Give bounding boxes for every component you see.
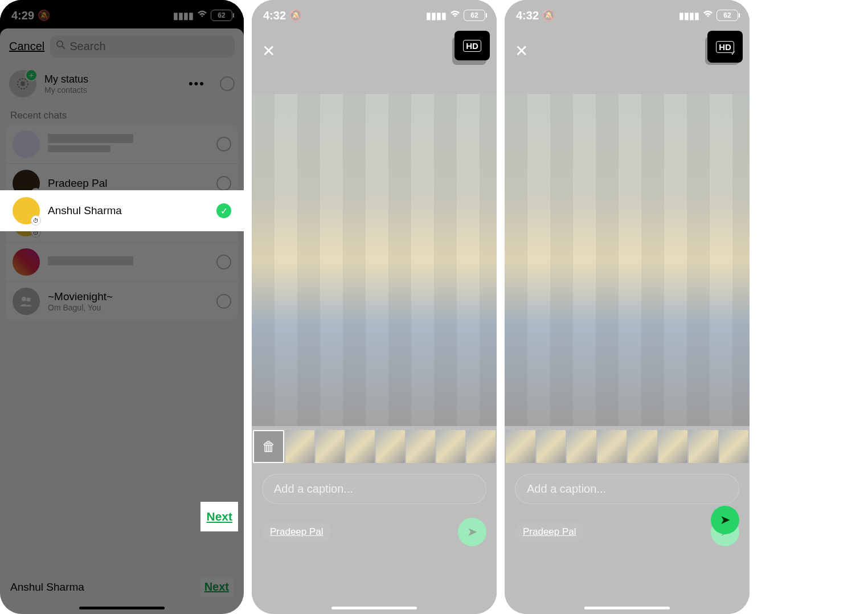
status-time: 4:32 bbox=[263, 9, 286, 22]
redacted-name bbox=[48, 256, 133, 265]
wifi-icon bbox=[703, 10, 713, 21]
svg-point-5 bbox=[27, 298, 31, 302]
silent-icon: 🔕 bbox=[38, 9, 50, 22]
panel-contact-picker: 4:29 🔕 ▮▮▮▮ 62 Cancel bbox=[0, 0, 244, 614]
chat-row[interactable]: ~Movienight~ Om Bagul, You bbox=[6, 282, 238, 321]
close-button[interactable]: ✕ bbox=[515, 42, 528, 60]
delete-frame-button[interactable]: 🗑 bbox=[253, 430, 284, 463]
send-icon: ➤ bbox=[720, 513, 730, 527]
avatar: ⏱ bbox=[13, 197, 40, 224]
highlight-selected-row[interactable]: ⏱ Anshul Sharma ✓ bbox=[0, 190, 244, 231]
highlight-hd-button[interactable]: HD bbox=[455, 31, 490, 60]
cancel-button[interactable]: Cancel bbox=[9, 40, 44, 53]
highlight-hd-button-checked[interactable]: HD ✓ bbox=[707, 31, 743, 63]
highlight-next: Next bbox=[200, 502, 238, 531]
video-filmstrip[interactable]: 🗑 bbox=[252, 430, 497, 463]
filmstrip-frame[interactable] bbox=[719, 430, 749, 463]
chat-name: ~Movienight~ bbox=[48, 290, 113, 303]
check-icon: ✓ bbox=[731, 50, 736, 57]
video-filmstrip[interactable] bbox=[505, 430, 750, 463]
search-icon bbox=[56, 40, 66, 53]
selected-contact: Anshul Sharma bbox=[10, 581, 84, 593]
disappearing-icon: ⏱ bbox=[31, 215, 41, 226]
filmstrip-frame[interactable] bbox=[628, 430, 657, 463]
recipient-chip[interactable]: Pradeep Pal bbox=[515, 522, 584, 542]
svg-point-4 bbox=[22, 297, 26, 301]
filmstrip-frame[interactable] bbox=[316, 430, 345, 463]
chat-sub: Om Bagul, You bbox=[48, 303, 113, 312]
status-bar: 4:32 🔕 ▮▮▮▮ 62 bbox=[252, 0, 497, 28]
svg-line-1 bbox=[62, 46, 65, 49]
select-radio[interactable] bbox=[216, 137, 231, 152]
avatar bbox=[13, 288, 40, 315]
my-status-sub: My contacts bbox=[44, 85, 88, 95]
panel-media-editor-send: 4:32 🔕 ▮▮▮▮ 62 ✕ HD Add a caption... Pra… bbox=[505, 0, 750, 614]
my-status-avatar bbox=[9, 70, 36, 97]
my-status-title: My status bbox=[44, 73, 88, 85]
filmstrip-frame[interactable] bbox=[658, 430, 688, 463]
signal-icon: ▮▮▮▮ bbox=[173, 10, 194, 21]
filmstrip-frame[interactable] bbox=[466, 430, 496, 463]
filmstrip-frame[interactable] bbox=[285, 430, 314, 463]
select-radio[interactable] bbox=[216, 294, 231, 309]
chat-row[interactable] bbox=[6, 243, 238, 282]
chat-name: Pradeep Pal bbox=[48, 177, 108, 190]
home-indicator bbox=[331, 607, 417, 609]
highlight-send-button[interactable]: ➤ bbox=[711, 506, 739, 534]
select-radio[interactable] bbox=[216, 176, 231, 191]
svg-point-3 bbox=[21, 81, 25, 86]
filmstrip-frame[interactable] bbox=[436, 430, 465, 463]
status-radio[interactable] bbox=[220, 76, 235, 91]
filmstrip-frame[interactable] bbox=[406, 430, 435, 463]
trash-icon: 🗑 bbox=[262, 439, 276, 455]
battery-icon: 62 bbox=[211, 10, 232, 21]
signal-icon: ▮▮▮▮ bbox=[679, 10, 699, 21]
search-input[interactable] bbox=[69, 40, 229, 53]
selected-check-icon[interactable]: ✓ bbox=[216, 203, 231, 218]
hd-icon: HD bbox=[463, 40, 481, 52]
wifi-icon bbox=[450, 10, 460, 21]
filmstrip-frame[interactable] bbox=[537, 430, 566, 463]
send-icon: ➤ bbox=[467, 525, 477, 539]
caption-input[interactable]: Add a caption... bbox=[262, 474, 486, 504]
send-button[interactable]: ➤ bbox=[458, 518, 486, 546]
home-indicator bbox=[79, 607, 165, 609]
signal-icon: ▮▮▮▮ bbox=[426, 10, 447, 21]
video-preview[interactable] bbox=[252, 94, 497, 426]
avatar bbox=[13, 130, 40, 158]
filmstrip-frame[interactable] bbox=[376, 430, 405, 463]
filmstrip-frame[interactable] bbox=[506, 430, 535, 463]
status-time: 4:29 bbox=[11, 9, 34, 22]
close-button[interactable]: ✕ bbox=[262, 42, 275, 60]
filmstrip-frame[interactable] bbox=[567, 430, 596, 463]
recent-chats-label: Recent chats bbox=[0, 103, 244, 125]
silent-icon: 🔕 bbox=[542, 9, 555, 22]
caption-input[interactable]: Add a caption... bbox=[515, 474, 739, 504]
video-preview[interactable] bbox=[505, 94, 750, 426]
filmstrip-frame[interactable] bbox=[346, 430, 375, 463]
status-bar: 4:29 🔕 ▮▮▮▮ 62 bbox=[0, 0, 244, 28]
search-field[interactable] bbox=[50, 35, 235, 58]
recipient-chip[interactable]: Pradeep Pal bbox=[262, 522, 331, 542]
wifi-icon bbox=[197, 10, 207, 21]
status-bar: 4:32 🔕 ▮▮▮▮ 62 bbox=[505, 0, 750, 28]
redacted-name bbox=[48, 134, 133, 143]
battery-icon: 62 bbox=[464, 10, 485, 21]
status-time: 4:32 bbox=[516, 9, 539, 22]
filmstrip-frame[interactable] bbox=[597, 430, 627, 463]
next-button[interactable]: Next bbox=[202, 506, 237, 527]
my-status-row[interactable]: My status My contacts ••• bbox=[0, 64, 244, 103]
next-button[interactable]: Next bbox=[200, 577, 234, 597]
battery-icon: 62 bbox=[716, 10, 738, 21]
select-radio[interactable] bbox=[216, 255, 231, 269]
silent-icon: 🔕 bbox=[289, 9, 302, 22]
svg-point-0 bbox=[57, 41, 63, 47]
chat-row[interactable] bbox=[6, 125, 238, 164]
more-icon[interactable]: ••• bbox=[189, 76, 205, 91]
chat-name: Anshul Sharma bbox=[48, 204, 122, 217]
filmstrip-frame[interactable] bbox=[689, 430, 718, 463]
panel-media-editor-hd: 4:32 🔕 ▮▮▮▮ 62 ✕ HD 🗑 Add a caption... P… bbox=[252, 0, 497, 614]
home-indicator bbox=[584, 607, 670, 609]
avatar bbox=[13, 248, 40, 276]
